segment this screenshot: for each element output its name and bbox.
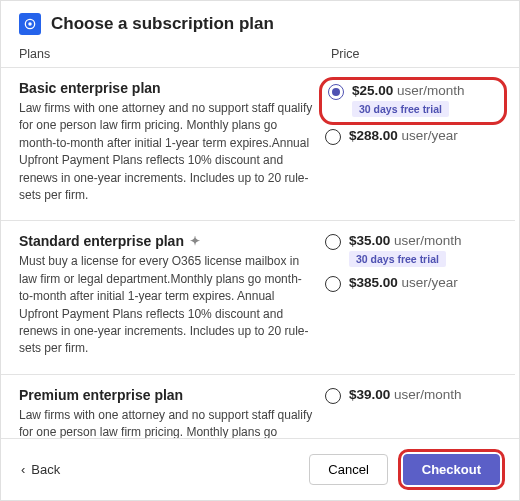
highlight-annotation: $25.00 user/month 30 days free trial [319,77,507,125]
price-unit: user/month [397,83,465,98]
price-label: $385.00 user/year [349,275,458,290]
price-unit: user/month [394,233,462,248]
dialog-header: Choose a subscription plan [1,1,519,43]
price-option[interactable]: $288.00 user/year [325,128,501,145]
highlight-annotation: Checkout [398,449,505,490]
price-label: $25.00 user/month [352,83,465,98]
radio[interactable] [325,276,341,292]
radio[interactable] [325,234,341,250]
column-headers: Plans Price [1,43,519,67]
price-amount: $39.00 [349,387,390,402]
trial-badge: 30 days free trial [349,251,446,267]
price-option[interactable]: $385.00 user/year [325,275,501,292]
cancel-button[interactable]: Cancel [309,454,387,485]
price-amount: $385.00 [349,275,398,290]
plans-scroll[interactable]: Basic enterprise plan Law firms with one… [1,68,519,448]
svg-point-1 [28,22,32,26]
plan-premium: Premium enterprise plan Law firms with o… [1,374,515,448]
col-plans: Plans [19,47,331,61]
plan-name: Premium enterprise plan [19,387,183,403]
price-label: $35.00 user/month [349,233,462,248]
plan-desc: Must buy a license for every O365 licens… [19,253,315,357]
footer: ‹ Back Cancel Checkout [1,438,519,500]
radio-selected[interactable] [328,84,344,100]
price-option[interactable]: $25.00 user/month 30 days free trial [328,83,498,117]
plan-basic: Basic enterprise plan Law firms with one… [1,68,515,220]
plan-standard: Standard enterprise plan ✦ Must buy a li… [1,220,515,373]
col-price: Price [331,47,501,61]
plan-desc: Law firms with one attorney and no suppo… [19,100,315,204]
plan-name: Basic enterprise plan [19,80,161,96]
price-label: $288.00 user/year [349,128,458,143]
app-icon [19,13,41,35]
plan-name-text: Standard enterprise plan [19,233,184,249]
price-unit: user/month [394,387,462,402]
price-amount: $288.00 [349,128,398,143]
price-unit: user/year [402,128,458,143]
back-button[interactable]: ‹ Back [15,458,66,481]
trial-badge: 30 days free trial [352,101,449,117]
plan-name: Standard enterprise plan ✦ [19,233,200,249]
sparkle-icon: ✦ [190,234,200,248]
price-amount: $25.00 [352,83,393,98]
price-unit: user/year [402,275,458,290]
price-option[interactable]: $35.00 user/month 30 days free trial [325,233,501,267]
price-option[interactable]: $39.00 user/month [325,387,501,404]
dialog-title: Choose a subscription plan [51,14,274,34]
price-label: $39.00 user/month [349,387,462,402]
back-label: Back [31,462,60,477]
radio[interactable] [325,129,341,145]
chevron-left-icon: ‹ [21,462,25,477]
radio[interactable] [325,388,341,404]
price-amount: $35.00 [349,233,390,248]
checkout-button[interactable]: Checkout [403,454,500,485]
